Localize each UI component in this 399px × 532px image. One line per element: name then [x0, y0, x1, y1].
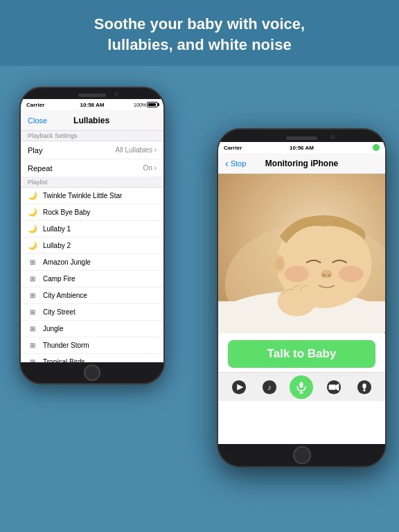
left-nav-title: Lullabies	[73, 116, 109, 125]
right-phone: Carrier 10:56 AM ‹ Stop Monitoring iPhon…	[217, 128, 387, 468]
left-play-value: All Lullabies ›	[116, 146, 157, 154]
svg-text:♪: ♪	[268, 383, 272, 391]
svg-point-7	[322, 274, 326, 277]
left-status-bar: Carrier 10:58 AM 100%	[21, 99, 163, 110]
baby-illustration	[218, 174, 385, 333]
grid-icon: ⊞	[28, 275, 37, 283]
right-phone-top-bezel	[218, 130, 385, 142]
right-speaker	[286, 136, 317, 140]
svg-rect-23	[363, 390, 366, 391]
list-item[interactable]: 🌙 Rock Bye Baby	[21, 204, 163, 221]
svg-point-8	[327, 274, 331, 277]
talk-to-baby-label: Talk to Baby	[267, 347, 337, 360]
svg-point-11	[278, 287, 316, 317]
left-camera	[114, 92, 118, 96]
moon-icon: 🌙	[28, 224, 37, 233]
chevron-left-icon: ‹	[225, 158, 229, 169]
right-phone-bottom	[218, 444, 385, 466]
left-playback-section-header: Playback Settings	[21, 131, 163, 141]
header: Soothe your baby with voice, lullabies, …	[0, 0, 399, 66]
bulb-icon	[357, 380, 372, 395]
item-label: City Street	[43, 308, 76, 316]
list-item[interactable]: ⊞ Tropical Birds	[21, 354, 163, 362]
left-playlist: 🌙 Twinkle Twinkle Little Star 🌙 Rock Bye…	[21, 188, 163, 362]
list-item[interactable]: 🌙 Lullaby 1	[21, 221, 163, 238]
right-phone-screen: Carrier 10:56 AM ‹ Stop Monitoring iPhon…	[218, 142, 385, 444]
play-icon	[231, 380, 247, 395]
moon-icon: 🌙	[28, 241, 37, 250]
right-nav-title: Monitoring iPhone	[265, 159, 338, 168]
left-nav-bar: Close Lullabies	[21, 110, 163, 131]
left-battery: 100%	[134, 102, 158, 107]
svg-rect-24	[363, 391, 365, 391]
list-item[interactable]: ⊞ Thunder Storm	[21, 337, 163, 354]
item-label: Camp Fire	[43, 275, 76, 283]
item-label: Amazon Jungle	[43, 258, 91, 266]
left-repeat-label: Repeat	[28, 164, 52, 172]
video-button[interactable]	[323, 377, 344, 398]
grid-icon: ⊞	[28, 342, 37, 349]
svg-point-4	[284, 266, 308, 283]
right-status-bar: Carrier 10:56 AM	[218, 142, 385, 153]
video-icon	[326, 380, 342, 395]
mic-icon	[294, 380, 308, 394]
grid-icon: ⊞	[28, 325, 37, 332]
grid-icon: ⊞	[28, 258, 37, 266]
grid-icon: ⊞	[28, 308, 37, 316]
header-title: Soothe your baby with voice, lullabies, …	[21, 14, 378, 55]
moon-icon: 🌙	[28, 208, 37, 217]
left-phone-top-bezel	[21, 88, 163, 99]
item-label: Thunder Storm	[43, 342, 89, 349]
bulb-button[interactable]	[354, 377, 375, 398]
left-phone: Carrier 10:58 AM 100% Close Lullabies P	[19, 87, 165, 384]
item-label: City Ambience	[43, 292, 87, 299]
right-nav-bar: ‹ Stop Monitoring iPhone	[218, 153, 385, 174]
list-item[interactable]: ⊞ Jungle	[21, 321, 163, 337]
list-item[interactable]: 🌙 Lullaby 2	[21, 238, 163, 254]
item-label: Lullaby 2	[43, 242, 71, 249]
talk-to-baby-button[interactable]: Talk to Baby	[228, 340, 375, 368]
left-playlist-section-header: Playlist	[21, 177, 163, 188]
svg-point-10	[276, 258, 284, 270]
moon-icon: 🌙	[28, 191, 37, 200]
svg-rect-20	[328, 384, 335, 389]
battery-green-dot	[373, 144, 380, 151]
list-item[interactable]: 🌙 Twinkle Twinkle Little Star	[21, 188, 163, 204]
left-phone-screen: Carrier 10:58 AM 100% Close Lullabies P	[21, 99, 163, 362]
phones-container: Carrier 10:58 AM 100% Close Lullabies P	[0, 66, 399, 509]
music-icon: ♪	[262, 380, 277, 395]
right-stop-button[interactable]: Stop	[231, 159, 247, 168]
mic-button[interactable]	[290, 375, 313, 399]
left-settings-play: Play All Lullabies ›	[21, 141, 163, 159]
play-button[interactable]	[229, 377, 249, 398]
item-label: Jungle	[43, 325, 63, 332]
left-time: 10:58 AM	[80, 102, 105, 108]
right-camera	[330, 134, 335, 139]
baby-image-area	[218, 174, 385, 333]
left-speaker	[78, 94, 106, 97]
left-carrier: Carrier	[26, 102, 44, 108]
right-home-button[interactable]	[293, 446, 311, 464]
list-item[interactable]: ⊞ City Ambience	[21, 287, 163, 304]
right-time: 10:56 AM	[290, 145, 314, 151]
list-item[interactable]: ⊞ Amazon Jungle	[21, 254, 163, 271]
grid-icon: ⊞	[28, 292, 37, 299]
svg-rect-16	[300, 382, 303, 387]
left-settings-repeat: Repeat On ›	[21, 159, 163, 177]
item-label: Rock Bye Baby	[43, 209, 90, 216]
right-bottom-toolbar: ♪	[218, 372, 385, 401]
right-carrier: Carrier	[224, 145, 242, 151]
music-button[interactable]: ♪	[259, 377, 280, 398]
right-battery-area	[373, 144, 380, 151]
left-close-button[interactable]: Close	[28, 116, 47, 125]
list-item[interactable]: ⊞ City Street	[21, 304, 163, 321]
left-phone-bottom	[21, 362, 163, 383]
left-home-button[interactable]	[84, 364, 100, 381]
svg-point-5	[339, 266, 363, 283]
item-label: Lullaby 1	[43, 225, 71, 233]
left-play-label: Play	[28, 146, 42, 154]
left-repeat-value: On ›	[143, 164, 157, 172]
item-label: Twinkle Twinkle Little Star	[43, 192, 122, 200]
list-item[interactable]: ⊞ Camp Fire	[21, 271, 163, 287]
